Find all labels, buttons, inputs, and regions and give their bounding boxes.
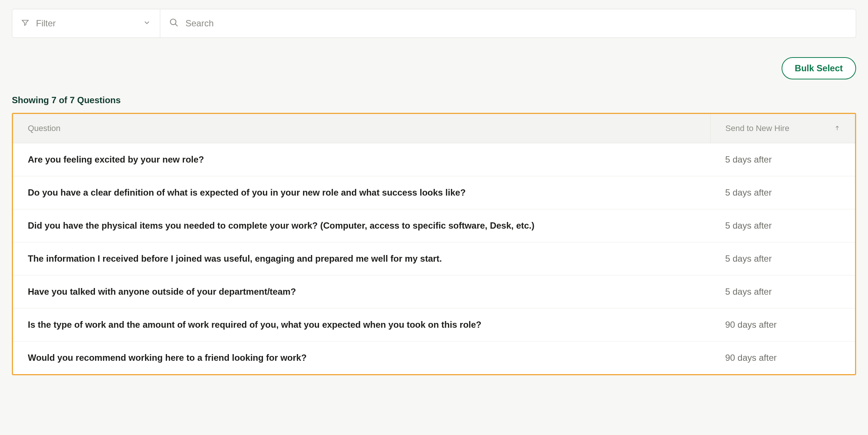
table-row[interactable]: Are you feeling excited by your new role…: [13, 143, 855, 176]
questions-table: Question Send to New Hire Are you feelin…: [13, 114, 855, 374]
search-icon: [169, 18, 179, 29]
question-cell: Are you feeling excited by your new role…: [13, 143, 710, 176]
send-cell: 90 days after: [710, 341, 855, 375]
question-cell: The information I received before I join…: [13, 242, 710, 275]
question-cell: Is the type of work and the amount of wo…: [13, 308, 710, 341]
sort-asc-icon: [834, 124, 840, 133]
send-cell: 5 days after: [710, 143, 855, 176]
results-summary: Showing 7 of 7 Questions: [12, 95, 856, 105]
question-cell: Did you have the physical items you need…: [13, 209, 710, 242]
question-cell: Do you have a clear definition of what i…: [13, 176, 710, 209]
table-row[interactable]: Did you have the physical items you need…: [13, 209, 855, 242]
column-header-send[interactable]: Send to New Hire: [710, 114, 855, 143]
questions-table-wrap: Question Send to New Hire Are you feelin…: [12, 113, 856, 375]
search-input[interactable]: [185, 18, 847, 29]
svg-point-0: [170, 19, 176, 24]
filter-icon: [21, 19, 29, 28]
table-row[interactable]: Have you talked with anyone outside of y…: [13, 275, 855, 308]
question-cell: Have you talked with anyone outside of y…: [13, 275, 710, 308]
table-row[interactable]: Do you have a clear definition of what i…: [13, 176, 855, 209]
send-cell: 5 days after: [710, 176, 855, 209]
table-row[interactable]: Would you recommend working here to a fr…: [13, 341, 855, 375]
send-cell: 5 days after: [710, 209, 855, 242]
filter-label: Filter: [36, 18, 136, 29]
column-header-question[interactable]: Question: [13, 114, 710, 143]
table-row[interactable]: The information I received before I join…: [13, 242, 855, 275]
actions-row: Bulk Select: [12, 57, 856, 79]
search-box[interactable]: [160, 9, 856, 38]
send-cell: 5 days after: [710, 242, 855, 275]
column-header-send-label: Send to New Hire: [726, 124, 789, 133]
send-cell: 90 days after: [710, 308, 855, 341]
bulk-select-button[interactable]: Bulk Select: [782, 57, 856, 79]
question-cell: Would you recommend working here to a fr…: [13, 341, 710, 375]
svg-line-1: [175, 24, 178, 26]
send-cell: 5 days after: [710, 275, 855, 308]
table-row[interactable]: Is the type of work and the amount of wo…: [13, 308, 855, 341]
toolbar: Filter: [12, 9, 856, 38]
filter-dropdown[interactable]: Filter: [12, 9, 160, 38]
chevron-down-icon: [143, 19, 151, 28]
